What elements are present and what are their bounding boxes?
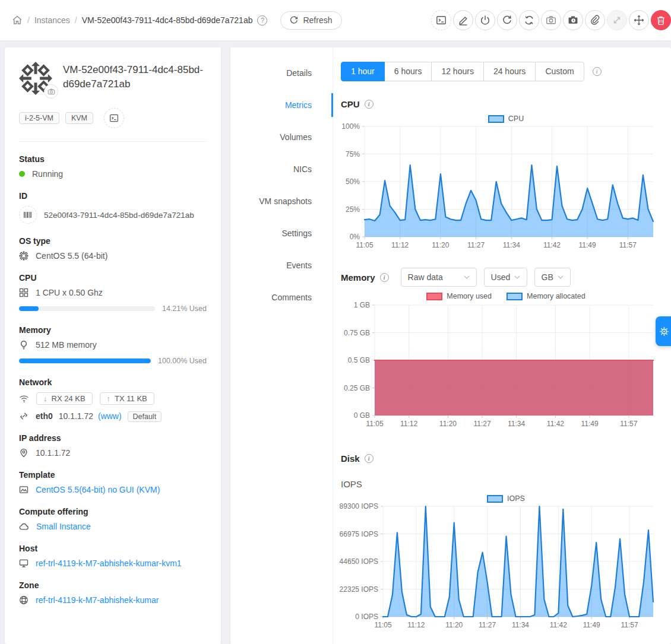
tab-volumes[interactable]: Volumes: [230, 121, 333, 153]
cpu-icon: [19, 288, 29, 297]
breadcrumb: / Instances / VM-52e00f43-7911-4dc4-85bd…: [12, 11, 342, 30]
edit-button[interactable]: [453, 10, 473, 30]
reboot-button[interactable]: [497, 10, 517, 30]
svg-text:11:57: 11:57: [620, 420, 637, 428]
svg-text:11:42: 11:42: [550, 621, 567, 629]
tab-details[interactable]: Details: [230, 57, 333, 89]
recurring-snapshot-button[interactable]: [563, 10, 583, 30]
disk-info-icon[interactable]: i: [365, 454, 374, 463]
tab-settings[interactable]: Settings: [230, 217, 333, 249]
cpu-info-icon[interactable]: i: [365, 100, 374, 109]
vm-info-card: VM-52e00f43-7911-4dc4-85bd-d69de7a721ab …: [5, 47, 221, 644]
cpu-value: 1 CPU x 0.50 Ghz: [36, 288, 103, 297]
metrics-content: 1 hour6 hours12 hours24 hoursCustom i CP…: [333, 47, 671, 644]
tab-events[interactable]: Events: [230, 249, 333, 281]
nic-network-link[interactable]: (www): [98, 411, 122, 421]
svg-text:0.25 GB: 0.25 GB: [344, 384, 370, 392]
svg-text:11:34: 11:34: [512, 621, 529, 629]
arrow-down-icon: ↓: [43, 394, 48, 403]
svg-text:1 GB: 1 GB: [354, 301, 370, 309]
tab-nics[interactable]: NICs: [230, 153, 333, 185]
scale-button[interactable]: [607, 10, 627, 30]
memory-select-used[interactable]: Used: [484, 268, 527, 287]
template-link[interactable]: CentOS 5.5(64-bit) no GUI (KVM): [36, 485, 160, 494]
top-header: / Instances / VM-52e00f43-7911-4dc4-85bd…: [0, 0, 671, 40]
memory-info-icon[interactable]: i: [380, 273, 389, 282]
svg-text:11:12: 11:12: [400, 420, 417, 428]
trash-icon: [656, 15, 666, 26]
legend-swatch: [426, 293, 442, 300]
host-link[interactable]: ref-trl-4119-k-M7-abhishek-kumar-kvm1: [36, 559, 182, 568]
home-icon[interactable]: [12, 15, 23, 26]
tab-vm-snapshots[interactable]: VM snapshots: [230, 185, 333, 217]
snapshot-button[interactable]: [541, 10, 561, 30]
migrate-button[interactable]: [629, 10, 649, 30]
offering-link[interactable]: Small Instance: [36, 522, 91, 531]
rx-button[interactable]: ↓ RX 24 KB: [36, 392, 93, 405]
reboot-icon: [502, 15, 512, 26]
time-range-info-icon[interactable]: i: [593, 67, 602, 76]
chevron-down-icon: [464, 275, 470, 279]
legend-swatch: [487, 495, 503, 503]
paperclip-icon: [590, 15, 600, 26]
cloud-icon: [19, 522, 29, 531]
barcode-icon: [19, 206, 37, 224]
network-label: Network: [19, 377, 207, 387]
vm-detail-card: DetailsMetricsVolumesNICsVM snapshotsSet…: [230, 47, 671, 644]
gear-icon: [659, 326, 669, 337]
cpu-section-title: CPU: [341, 99, 360, 109]
vm-tag: i-2-5-VM: [19, 112, 59, 124]
svg-text:11:42: 11:42: [543, 241, 561, 249]
zone-link[interactable]: ref-trl-4119-k-M7-abhishek-kumar: [36, 595, 159, 605]
tab-metrics[interactable]: Metrics: [230, 89, 333, 121]
cpu-used-text: 14.21% Used: [162, 304, 207, 313]
time-range-custom[interactable]: Custom: [535, 62, 584, 81]
refresh-button[interactable]: Refresh: [280, 11, 341, 30]
camera-icon: [48, 88, 55, 96]
os-icon: [19, 251, 29, 261]
memory-section-title: Memory: [341, 272, 375, 283]
time-range-24-hours[interactable]: 24 hours: [483, 62, 536, 81]
svg-text:50%: 50%: [346, 177, 360, 186]
power-off-button[interactable]: [475, 10, 495, 30]
console-mini-button[interactable]: [104, 108, 124, 128]
tx-button[interactable]: ↑ TX 11 KB: [100, 392, 154, 405]
svg-text:0 IOPS: 0 IOPS: [355, 613, 378, 621]
theme-settings-button[interactable]: [656, 316, 671, 346]
memory-select-gb[interactable]: GB: [534, 268, 571, 287]
change-icon-camera-button[interactable]: [44, 84, 58, 99]
svg-text:11:42: 11:42: [547, 420, 564, 428]
destroy-button[interactable]: [651, 10, 671, 30]
svg-text:0%: 0%: [350, 233, 360, 241]
time-range-1-hour[interactable]: 1 hour: [341, 62, 385, 81]
status-label: Status: [19, 154, 207, 164]
memory-select-raw-data[interactable]: Raw data: [401, 268, 477, 287]
svg-text:11:27: 11:27: [473, 420, 490, 428]
svg-text:11:20: 11:20: [432, 241, 449, 249]
time-range-6-hours[interactable]: 6 hours: [384, 62, 432, 81]
nic-link-icon: [19, 411, 29, 421]
breadcrumb-vm-name: VM-52e00f43-7911-4dc4-85bd-d69de7a721ab: [82, 15, 253, 25]
console-button[interactable]: [431, 10, 451, 30]
help-icon[interactable]: ?: [257, 15, 267, 26]
breadcrumb-instances[interactable]: Instances: [34, 15, 70, 25]
vm-action-toolbar: [431, 10, 671, 30]
svg-text:11:12: 11:12: [391, 241, 409, 249]
svg-text:11:12: 11:12: [407, 621, 425, 629]
cpu-label: CPU: [19, 273, 207, 283]
svg-text:0.5 GB: 0.5 GB: [348, 356, 370, 364]
console-icon: [109, 113, 119, 123]
vm-tag: KVM: [65, 112, 93, 124]
svg-text:11:20: 11:20: [439, 420, 457, 428]
svg-text:11:20: 11:20: [445, 621, 463, 629]
desktop-icon: [19, 559, 29, 568]
reinstall-button[interactable]: [519, 10, 539, 30]
time-range-12-hours[interactable]: 12 hours: [431, 62, 483, 81]
svg-text:66975 IOPS: 66975 IOPS: [340, 530, 378, 538]
power-icon: [480, 15, 490, 26]
attach-iso-button[interactable]: [585, 10, 605, 30]
memory-used-text: 100.00% Used: [158, 357, 207, 365]
host-label: Host: [19, 544, 207, 553]
tab-comments[interactable]: Comments: [230, 281, 333, 313]
iops-legend: IOPS: [341, 494, 671, 503]
